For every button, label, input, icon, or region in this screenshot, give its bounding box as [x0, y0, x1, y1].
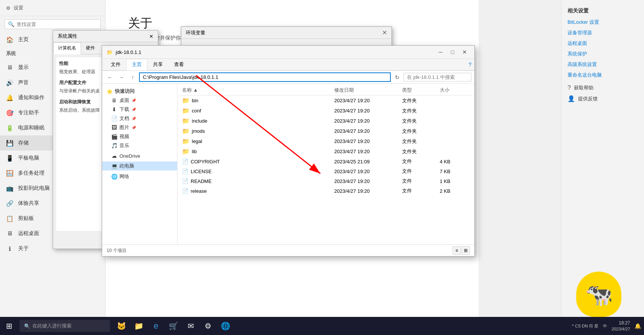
mascot: 🐄	[576, 272, 621, 317]
feedback-action[interactable]: 👤 提供反馈	[568, 95, 638, 102]
left-item-desktop[interactable]: 🖥 桌面 📌	[102, 96, 177, 105]
edge-icon: e	[154, 321, 158, 331]
related-link-protection[interactable]: 系统保护	[568, 51, 638, 57]
quick-access-title[interactable]: ⭐ 快速访问	[102, 87, 177, 96]
time-display: 18:27	[612, 320, 630, 326]
back-button[interactable]: ←	[105, 73, 115, 82]
folder-icon: 📁	[182, 97, 190, 104]
minimize-button[interactable]: ─	[435, 48, 446, 56]
grid-view-button[interactable]: ⊞	[462, 246, 470, 255]
related-link-device-mgr[interactable]: 设备管理器	[568, 29, 638, 36]
pin-icon-4: 📌	[132, 126, 136, 130]
ribbon-tabs: 文件 主页 共享 查看 ?	[102, 59, 474, 71]
notification-icon[interactable]: 🔔	[635, 323, 641, 329]
left-item-downloads[interactable]: ⬇ 下载 📌	[102, 105, 177, 114]
focus-label: 专注助手	[18, 109, 39, 116]
explorer-body: ⭐ 快速访问 🖥 桌面 📌 ⬇ 下载 📌 📄 文档 📌	[102, 84, 474, 244]
search-input[interactable]	[17, 22, 97, 27]
share-icon: 🔗	[6, 200, 14, 207]
documents-icon: 📄	[111, 115, 117, 121]
related-link-bitlocker[interactable]: BitLocker 设置	[568, 19, 638, 26]
file-row[interactable]: 📁 legal 2023/4/27 19:20 文件夹	[179, 136, 473, 146]
list-view-button[interactable]: ≡	[453, 246, 461, 255]
get-help-action[interactable]: ? 获取帮助	[568, 85, 638, 91]
explorer-title: 📁 jdk-18.0.1.1	[107, 49, 141, 55]
tab-file[interactable]: 文件	[105, 59, 126, 70]
left-item-music[interactable]: 🎵 音乐	[102, 141, 177, 150]
onedrive-icon: ☁	[111, 153, 117, 159]
related-link-rename[interactable]: 重命名这台电脑	[568, 72, 638, 78]
file-row[interactable]: 📁 lib 2023/4/27 19:20 文件夹	[179, 146, 473, 157]
file-row[interactable]: 📄 release 2023/4/27 19:20 文件 2 KB	[179, 186, 473, 196]
sys-props-close[interactable]: ✕	[149, 34, 153, 39]
taskbar-app-settings[interactable]: ⚙	[200, 317, 216, 335]
file-row[interactable]: 📄 README 2023/4/27 19:20 文件 1 KB	[179, 176, 473, 186]
folder-icon: 📁	[182, 107, 190, 114]
tab-home[interactable]: 主页	[126, 59, 147, 71]
display-icon: 🖥	[6, 64, 14, 71]
share-label: 体验共享	[18, 200, 39, 207]
related-link-advanced[interactable]: 高级系统设置	[568, 61, 638, 68]
sys-props-title-bar: 系统属性 ✕	[53, 31, 158, 42]
maximize-button[interactable]: □	[447, 48, 458, 56]
tab-view[interactable]: 查看	[168, 59, 190, 70]
help-icon: ?	[568, 85, 571, 91]
left-item-thispc[interactable]: 💻 此电脑	[102, 161, 177, 171]
explorer-left-pane: ⭐ 快速访问 🖥 桌面 📌 ⬇ 下载 📌 📄 文档 📌	[102, 84, 177, 244]
network-icon: 🌐	[111, 174, 117, 180]
left-item-videos[interactable]: 🎬 视频	[102, 132, 177, 141]
search-input[interactable]	[404, 73, 471, 81]
settings-header: ⚙ 设置	[0, 0, 105, 16]
view-buttons: ≡ ⊞	[453, 246, 470, 255]
folder-icon: 📁	[182, 117, 190, 124]
file-row[interactable]: 📁 bin 2023/4/27 19:20 文件夹	[179, 95, 473, 106]
col-size[interactable]: 大小	[440, 87, 470, 94]
start-button[interactable]: ⊞	[0, 317, 18, 335]
file-row[interactable]: 📁 conf 2023/4/27 19:20 文件夹	[179, 106, 473, 116]
col-type[interactable]: 类型	[402, 87, 440, 94]
thispc-section: 💻 此电脑	[102, 161, 177, 171]
col-name[interactable]: 名称 ▲	[182, 87, 334, 94]
left-item-network[interactable]: 🌐 网络	[102, 172, 177, 181]
taskbar-app-cat[interactable]: 🐱	[113, 317, 130, 335]
left-item-onedrive[interactable]: ☁ OneDrive	[102, 152, 177, 160]
ribbon-help-icon[interactable]: ?	[468, 61, 471, 68]
col-date[interactable]: 修改日期	[334, 87, 402, 94]
up-button[interactable]: ↑	[128, 73, 138, 82]
close-button[interactable]: ✕	[459, 48, 470, 56]
file-row[interactable]: 📁 jmods 2023/4/27 19:20 文件夹	[179, 126, 473, 136]
related-link-remote-desktop[interactable]: 远程桌面	[568, 40, 638, 47]
taskbar-app-store[interactable]: 🛒	[165, 317, 182, 335]
taskbar-app-edge[interactable]: e	[148, 317, 164, 335]
taskbar: ⊞ 🔍 在此键入进行搜索 🐱 📁 e 🛒 ✉ ⚙ 🌐 ^ CS DN 符 星 中…	[0, 317, 644, 335]
refresh-button[interactable]: ↻	[392, 73, 402, 82]
explorer-nav: ← → ↑ ↻	[102, 71, 474, 84]
tab-share[interactable]: 共享	[147, 59, 168, 70]
clock: 18:27 2023/4/27	[612, 320, 630, 332]
search-box[interactable]: 🔍	[5, 19, 101, 29]
taskbar-search[interactable]: 🔍 在此键入进行搜索	[20, 320, 110, 332]
file-row[interactable]: 📄 LICENSE 2023/4/27 19:20 文件 7 KB	[179, 166, 473, 176]
remote-label: 远程桌面	[18, 230, 39, 237]
thispc-icon: 💻	[111, 163, 117, 169]
file-row[interactable]: 📁 include 2023/4/27 19:20 文件夹	[179, 116, 473, 126]
thispc-label: 此电脑	[119, 163, 134, 169]
env-close-button[interactable]: ✕	[382, 29, 387, 36]
home-icon: 🏠	[6, 36, 14, 43]
pin-icon-3: 📌	[132, 117, 136, 121]
taskbar-app-browser[interactable]: 🌐	[217, 317, 234, 335]
taskbar-app-explorer[interactable]: 📁	[130, 317, 147, 335]
address-bar[interactable]	[139, 72, 391, 82]
sound-label: 声音	[18, 79, 29, 86]
tab-hardware[interactable]: 硬件	[81, 42, 100, 54]
taskbar-icons: 🐱 📁 e 🛒 ✉ ⚙ 🌐	[113, 317, 234, 335]
file-row[interactable]: 📄 COPYRIGHT 2023/4/25 21:09 文件 4 KB	[179, 157, 473, 166]
forward-button[interactable]: →	[116, 73, 126, 82]
multitask-label: 多任务处理	[18, 170, 44, 177]
desktop-label: 桌面	[119, 97, 129, 104]
taskbar-app-mail[interactable]: ✉	[182, 317, 199, 335]
tab-computer-name[interactable]: 计算机名	[53, 42, 81, 54]
file-explorer: 📁 jdk-18.0.1.1 ─ □ ✕ 文件 主页 共享 查看 ? ← → ↑…	[102, 45, 475, 257]
left-item-documents[interactable]: 📄 文档 📌	[102, 114, 177, 123]
left-item-pictures[interactable]: 🖼 图片 📌	[102, 123, 177, 132]
